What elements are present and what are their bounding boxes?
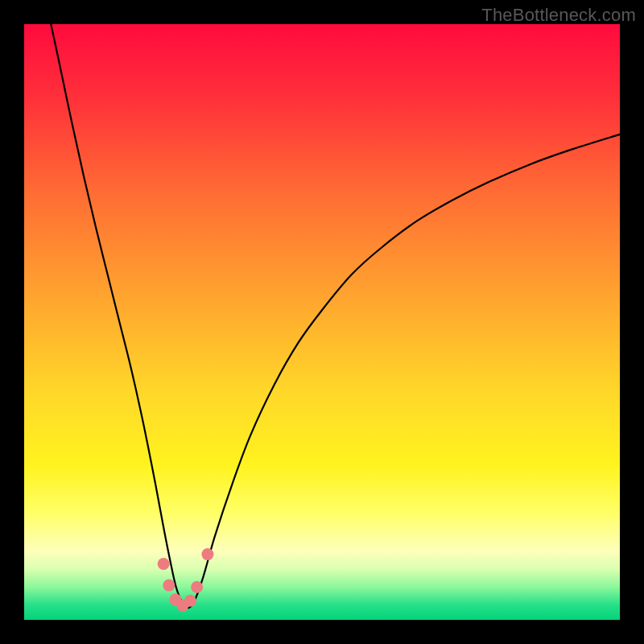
- bottleneck-curve-chart: [0, 0, 644, 644]
- valley-marker: [158, 558, 170, 570]
- valley-marker: [201, 548, 213, 560]
- valley-marker: [184, 595, 196, 607]
- chart-frame: TheBottleneck.com: [0, 0, 644, 644]
- valley-marker: [191, 581, 203, 593]
- watermark-text: TheBottleneck.com: [481, 5, 636, 26]
- plot-background: [24, 24, 620, 620]
- valley-marker: [163, 580, 175, 592]
